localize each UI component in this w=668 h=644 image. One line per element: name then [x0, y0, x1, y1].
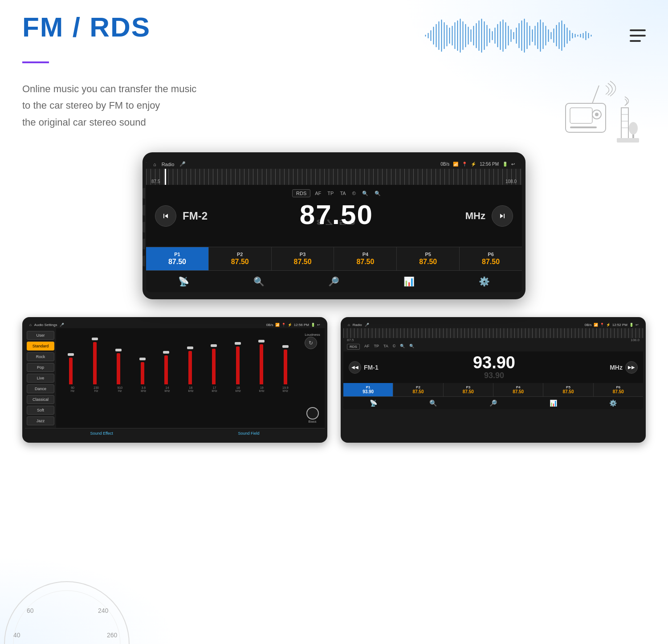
mhz-label: MHz: [465, 210, 485, 222]
description-area: Online music you can transfer the music …: [0, 63, 668, 139]
svg-rect-17: [470, 29, 472, 42]
audio-preset-pop[interactable]: Pop: [27, 363, 54, 372]
svg-text:60: 60: [27, 607, 34, 614]
speedometer-decoration: 40 60 240 260: [0, 573, 134, 644]
mini-rewind-button[interactable]: ◀◀: [349, 361, 361, 374]
eq-bar-7: [227, 342, 249, 384]
svg-rect-43: [540, 20, 541, 52]
rewind-button[interactable]: [155, 205, 176, 227]
bass-button[interactable]: [306, 407, 319, 420]
preset-button-p1[interactable]: P187.50: [146, 247, 209, 270]
description-text: Online music you can transfer the music …: [22, 81, 196, 130]
mini-rds-area: RDS AF TP TA © 🔍 🔍: [343, 342, 643, 351]
eq-bar-2: [107, 349, 130, 384]
preset-button-p4[interactable]: P487.50: [334, 247, 397, 270]
svg-rect-45: [545, 26, 546, 45]
mini-frequency-display: 93.90: [473, 354, 515, 371]
mini-home-icon: ⌂: [29, 323, 32, 327]
svg-rect-41: [534, 26, 536, 45]
tune-icon[interactable]: 🔎: [328, 276, 339, 287]
preset-button-p3[interactable]: P387.50: [272, 247, 334, 270]
freq-reflection: 87.50: [292, 218, 381, 226]
device-screen: ⌂ Radio 🎤 0B/s 📶 📍 ⚡ 12:56 PM 🔋 ↩: [146, 159, 522, 292]
home-button[interactable]: [143, 205, 145, 216]
eq-bar-3: [131, 358, 154, 384]
mini-radio-home-icon: ⌂: [348, 323, 350, 327]
audio-preset-user[interactable]: User: [27, 331, 54, 340]
loudness-button[interactable]: ↻: [305, 337, 317, 349]
svg-rect-0: [425, 35, 426, 37]
eq-bar-6: [203, 344, 225, 384]
svg-rect-53: [566, 28, 568, 44]
mini-search-icon[interactable]: 🔍: [429, 399, 437, 407]
svg-rect-23: [486, 25, 488, 46]
cast-icon[interactable]: 📡: [178, 276, 189, 287]
freq-indicator: [165, 169, 166, 185]
svg-rect-59: [582, 33, 584, 38]
eq-label-6: 17 kHz: [204, 386, 226, 392]
audio-back-icon: ↩: [317, 323, 320, 327]
svg-rect-27: [497, 24, 498, 47]
svg-rect-12: [457, 20, 458, 51]
svg-rect-13: [460, 19, 461, 53]
audio-status: 0B/s: [266, 323, 273, 327]
audio-preset-standard[interactable]: Standard: [27, 342, 54, 351]
svg-rect-56: [574, 34, 576, 37]
mini-tune-icon[interactable]: 🔎: [489, 399, 497, 407]
svg-rect-52: [564, 24, 565, 47]
preset-button-p5[interactable]: P587.50: [397, 247, 460, 270]
eq-labels: 60 Hz230 Hz910 Hz3.6 kHz14 kHz16 kHz17 k…: [60, 386, 297, 392]
svg-rect-37: [524, 19, 525, 53]
svg-rect-44: [542, 22, 544, 49]
mic-icon: 🎤: [179, 161, 186, 167]
eq-label-7: 18 kHz: [227, 386, 249, 392]
mini-settings-icon[interactable]: ⚙️: [609, 399, 617, 407]
audio-preset-live[interactable]: Live: [27, 374, 54, 383]
eq-label-9: 19.9 kHz: [274, 386, 297, 392]
equalizer-area: 60 Hz230 Hz910 Hz3.6 kHz14 kHz16 kHz17 k…: [56, 328, 300, 428]
audio-footer: Sound Effect Sound Field: [25, 428, 325, 438]
svg-rect-73: [617, 138, 639, 143]
audio-battery-icon: 🔋: [311, 323, 315, 327]
svg-rect-7: [444, 22, 445, 49]
back-button[interactable]: [143, 222, 145, 232]
eq-bars: [60, 333, 297, 386]
mini-preset-p2[interactable]: P287.50: [393, 383, 443, 396]
audio-preset-dance[interactable]: Dance: [27, 384, 54, 393]
mini-forward-button[interactable]: ▶▶: [625, 361, 638, 374]
audio-preset-classical[interactable]: Classical: [27, 395, 54, 404]
radio-label: Radio: [162, 162, 175, 167]
mini-eq-icon[interactable]: 📊: [550, 399, 557, 407]
audio-preset-rock[interactable]: Rock: [27, 352, 54, 361]
vol-down-button[interactable]: [143, 256, 145, 266]
search-icon[interactable]: 🔍: [253, 276, 265, 287]
frequency-ruler: 87.5 108.0: [146, 169, 522, 185]
mini-preset-p3[interactable]: P387.50: [444, 383, 493, 396]
svg-rect-39: [529, 26, 530, 45]
preset-button-p6[interactable]: P687.50: [460, 247, 522, 270]
vol-up-button[interactable]: [143, 239, 145, 249]
mini-preset-p1[interactable]: P193.90: [343, 383, 393, 396]
equalizer-icon[interactable]: 📊: [403, 276, 415, 287]
fast-forward-button[interactable]: [492, 205, 513, 227]
settings-icon[interactable]: ⚙️: [479, 276, 490, 287]
power-button[interactable]: [143, 188, 145, 199]
hamburger-menu-icon[interactable]: [630, 29, 646, 42]
mini-preset-p4[interactable]: P487.50: [493, 383, 543, 396]
mini-cast-icon[interactable]: 📡: [370, 399, 377, 407]
preset-button-p2[interactable]: P287.50: [209, 247, 272, 270]
svg-rect-19: [476, 23, 477, 48]
mini-preset-p6[interactable]: P687.50: [594, 383, 643, 396]
back-icon: ↩: [511, 162, 515, 167]
eq-label-2: 910 Hz: [109, 386, 131, 392]
mini-mic-icon: 🎤: [60, 323, 64, 327]
header-right: [425, 18, 646, 53]
svg-rect-57: [577, 35, 578, 37]
mini-radio-device: ⌂ Radio 🎤 0B/s 📶 📍 ⚡ 12:52 PM 🔋 ↩: [341, 317, 646, 443]
audio-time: 12:56 PM: [294, 323, 309, 327]
mini-preset-p5[interactable]: P587.50: [543, 383, 593, 396]
audio-preset-soft[interactable]: Soft: [27, 406, 54, 415]
eq-bar-9: [274, 345, 297, 384]
audio-preset-jazz[interactable]: Jazz: [27, 416, 54, 425]
svg-rect-26: [494, 28, 496, 44]
